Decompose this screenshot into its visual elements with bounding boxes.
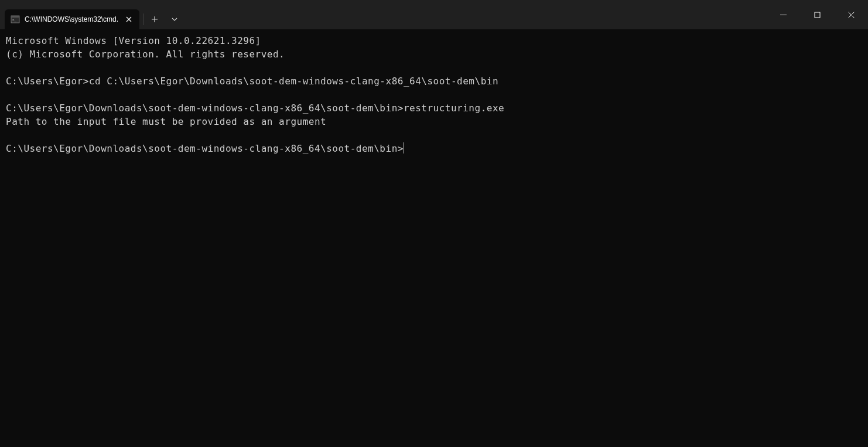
window-controls — [766, 0, 868, 29]
tab-actions — [142, 9, 184, 29]
terminal-prompt: C:\Users\Egor\Downloads\soot-dem-windows… — [6, 103, 404, 114]
divider — [143, 13, 143, 25]
cmd-icon: >_ — [11, 15, 20, 24]
svg-text:>_: >_ — [12, 18, 17, 22]
terminal-prompt: C:\Users\Egor\Downloads\soot-dem-windows… — [6, 143, 404, 154]
tab-close-button[interactable] — [124, 15, 134, 24]
tab-title: C:\WINDOWS\system32\cmd. — [25, 15, 119, 23]
terminal-content[interactable]: Microsoft Windows [Version 10.0.22621.32… — [0, 29, 868, 447]
terminal-prompt: C:\Users\Egor> — [6, 76, 89, 87]
titlebar-left: >_ C:\WINDOWS\system32\cmd. — [0, 0, 184, 29]
maximize-button[interactable] — [800, 0, 834, 29]
terminal-command: cd C:\Users\Egor\Downloads\soot-dem-wind… — [89, 76, 498, 87]
cursor — [404, 142, 405, 153]
tab-dropdown-button[interactable] — [165, 10, 184, 29]
svg-rect-3 — [815, 12, 820, 18]
tab-active[interactable]: >_ C:\WINDOWS\system32\cmd. — [5, 9, 139, 29]
close-button[interactable] — [834, 0, 868, 29]
terminal-line: Microsoft Windows [Version 10.0.22621.32… — [6, 35, 261, 46]
new-tab-button[interactable] — [145, 10, 165, 29]
terminal-command: restructuring.exe — [404, 103, 504, 114]
terminal-line: (c) Microsoft Corporation. All rights re… — [6, 49, 285, 60]
titlebar: >_ C:\WINDOWS\system32\cmd. — [0, 0, 868, 29]
minimize-button[interactable] — [766, 0, 800, 29]
terminal-output: Path to the input file must be provided … — [6, 116, 326, 127]
